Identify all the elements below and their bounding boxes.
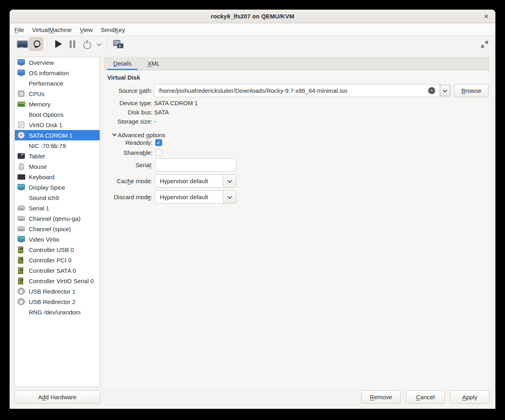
cache-mode-label: Cache mode: xyxy=(104,174,152,188)
readonly-label: Readonly: xyxy=(104,139,152,146)
tabbar: Details XML xyxy=(104,57,489,70)
gear-icon xyxy=(17,308,25,316)
controller-icon xyxy=(17,266,25,274)
cache-mode-select[interactable]: Hypervisor default xyxy=(155,174,236,188)
usb-icon xyxy=(17,287,25,295)
apply-button[interactable]: Apply xyxy=(450,390,489,404)
sidebar-item-os-information[interactable]: OS information xyxy=(15,68,100,78)
sidebar-item-mouse[interactable]: Mouse xyxy=(15,161,100,172)
usb-icon xyxy=(17,298,25,306)
memory-icon xyxy=(17,100,25,108)
device-type-label: Device type: xyxy=(104,100,152,106)
fullscreen-button[interactable] xyxy=(479,39,491,50)
sidebar-item-serial-1[interactable]: Serial 1 xyxy=(15,203,100,213)
details-button[interactable] xyxy=(29,37,43,51)
controller-icon xyxy=(17,277,25,285)
sidebar-item-nic-70-6b-79[interactable]: NIC :70:6b:79 xyxy=(15,140,100,151)
storage-size-value: - xyxy=(154,118,156,125)
keyboard-icon xyxy=(17,173,25,181)
tab-details[interactable]: Details xyxy=(107,57,138,70)
chevron-down-icon xyxy=(96,41,102,46)
sidebar-item-boot-options[interactable]: Boot Options xyxy=(15,109,100,120)
device-type-value: SATA CDROM 1 xyxy=(154,100,198,106)
console-button[interactable] xyxy=(14,37,29,51)
menu-view[interactable]: View xyxy=(76,24,97,36)
sidebar-item-overview[interactable]: Overview xyxy=(15,57,100,68)
serial-input[interactable] xyxy=(155,158,236,172)
virtual-disk-page: Virtual Disk Source path: × Browse Devic… xyxy=(104,70,489,387)
pause-button[interactable] xyxy=(65,37,80,51)
sidebar-item-rng-dev-urandom[interactable]: RNG /dev/urandom xyxy=(15,307,100,317)
monitor-blue-icon xyxy=(17,58,25,66)
clear-icon[interactable]: × xyxy=(428,87,435,94)
sidebar-item-channel-qemu-ga[interactable]: Channel (qemu-ga) xyxy=(15,213,100,224)
discard-mode-select[interactable]: Hypervisor default xyxy=(155,190,236,204)
shutdown-button[interactable] xyxy=(80,37,94,51)
sidebar-item-controller-sata-0[interactable]: Controller SATA 0 xyxy=(15,265,100,276)
sidebar-item-cpus[interactable]: CPUs xyxy=(15,88,100,99)
play-icon xyxy=(55,40,62,48)
sidebar-item-tablet[interactable]: Tablet xyxy=(15,151,100,161)
chevron-down-icon xyxy=(227,178,232,182)
sidebar-item-virtio-disk-1[interactable]: VirtIO Disk 1 xyxy=(15,120,100,130)
sidebar-item-controller-usb-0[interactable]: Controller USB 0 xyxy=(15,244,100,255)
close-icon[interactable]: × xyxy=(481,11,491,22)
sidebar-item-performance[interactable]: Performance xyxy=(15,78,100,88)
add-hardware-button[interactable]: Add Hardware xyxy=(14,390,100,404)
cancel-button[interactable]: Cancel xyxy=(406,390,445,404)
tab-xml[interactable]: XML xyxy=(142,57,165,70)
shareable-checkbox[interactable] xyxy=(155,149,162,156)
sidebar-item-memory[interactable]: Memory xyxy=(15,99,100,109)
monitor-teal-icon xyxy=(17,235,25,243)
discard-mode-label: Discard mode: xyxy=(104,190,152,204)
discard-mode-value: Hypervisor default xyxy=(155,191,223,203)
sound-icon xyxy=(17,194,25,202)
remove-button[interactable]: Remove xyxy=(361,390,401,404)
toolbar xyxy=(10,36,495,52)
source-path-dropdown-toggle[interactable] xyxy=(439,84,451,97)
monitor-icon xyxy=(17,40,26,48)
sidebar-item-sata-cdrom-1[interactable]: SATA CDROM 1 xyxy=(15,130,100,140)
disk-bus-label: Disk bus: xyxy=(104,109,152,116)
chevron-down-icon xyxy=(112,132,116,136)
sidebar-item-display-spice[interactable]: Display Spice xyxy=(15,182,100,192)
readonly-checkbox[interactable] xyxy=(155,139,162,146)
sidebar-item-channel-spice[interactable]: Channel (spice) xyxy=(15,224,100,234)
manager-button[interactable] xyxy=(111,37,126,51)
window-title: rocky9_lfs207 on QEMU/KVM xyxy=(211,13,294,20)
shutdown-menu-button[interactable] xyxy=(94,37,104,51)
vm-details-window: rocky9_lfs207 on QEMU/KVM × File Virtual… xyxy=(10,10,495,409)
menu-virtual-machine[interactable]: Virtual Machine xyxy=(28,24,76,36)
run-button[interactable] xyxy=(51,37,65,51)
serial-icon xyxy=(17,214,25,222)
sidebar-item-video-virtio[interactable]: Video Virtio xyxy=(15,234,100,244)
sidebar-item-controller-pci-0[interactable]: Controller PCI 0 xyxy=(15,255,100,265)
disk-icon xyxy=(17,121,25,129)
tablet-icon xyxy=(17,152,25,160)
advanced-options-expander[interactable]: Advanced options xyxy=(112,131,165,138)
disk-bus-value: SATA xyxy=(154,109,169,116)
details-notebook: Details XML Virtual Disk Source path: × … xyxy=(104,57,489,387)
gear-icon xyxy=(17,79,25,87)
source-path-label: Source path: xyxy=(104,84,152,97)
browse-button[interactable]: Browse xyxy=(454,84,489,97)
source-path-input[interactable] xyxy=(154,84,439,97)
serial-icon xyxy=(17,204,25,212)
serial-icon xyxy=(17,225,25,233)
sidebar-item-usb-redirector-2[interactable]: USB Redirector 2 xyxy=(15,296,100,307)
lightbulb-icon xyxy=(34,40,39,48)
menu-file[interactable]: File xyxy=(10,24,28,36)
serial-label: Serial: xyxy=(104,158,152,172)
dual-monitor-icon xyxy=(113,40,124,48)
sidebar-item-usb-redirector-1[interactable]: USB Redirector 1 xyxy=(15,286,100,296)
menu-send-key[interactable]: Send Key xyxy=(97,24,129,36)
controller-icon xyxy=(17,246,25,254)
sidebar-item-sound-ich9[interactable]: Sound ich9 xyxy=(15,192,100,203)
sidebar-item-keyboard[interactable]: Keyboard xyxy=(15,172,100,182)
gear-icon xyxy=(17,110,25,118)
advanced-options-label: Advanced options xyxy=(118,132,165,138)
hardware-list: Overview OS information Performance CPUs… xyxy=(14,57,100,387)
storage-size-label: Storage size: xyxy=(104,118,152,125)
nic-icon xyxy=(17,142,25,150)
sidebar-item-controller-virtio-serial-0[interactable]: Controller VirtIO Serial 0 xyxy=(15,276,100,286)
